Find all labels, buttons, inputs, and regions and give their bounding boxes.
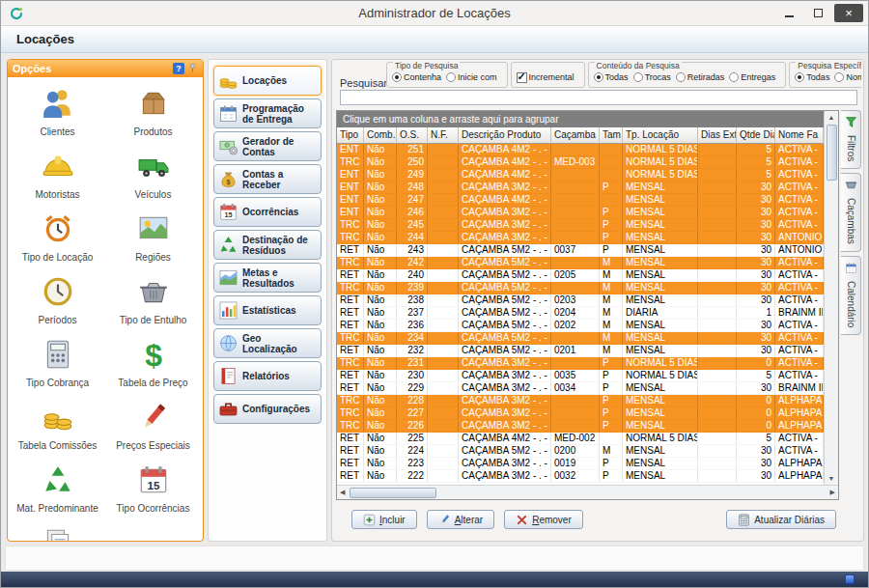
nav-item-estatisticas[interactable]: Estatísticas	[213, 295, 322, 325]
option-periodos[interactable]: Períodos	[10, 275, 105, 325]
column-header-dias-extras[interactable]: Dias Extras	[698, 127, 737, 144]
grid-row-os-249[interactable]: ENTNão249CAÇAMBA 4M2 - . -NORMAL 5 DIAS5…	[337, 169, 824, 182]
grid-row-os-239[interactable]: TRCNão239CAÇAMBA 5M2 - . - MMMENSAL30ACT…	[337, 282, 824, 294]
cell	[428, 420, 459, 432]
nav-item-configuracoes[interactable]: Configurações	[213, 394, 322, 424]
nav-item-relatorios[interactable]: Relatórios	[213, 361, 322, 391]
grid-row-os-240[interactable]: RETNão240CAÇAMBA 5M2 - . - M0205MMENSAL3…	[337, 269, 824, 282]
nav-item-gerador-de-contas[interactable]: Gerador de Contas	[213, 131, 322, 161]
grid-row-os-234[interactable]: TRCNão234CAÇAMBA 5M2 - . - MMMENSAL30ACT…	[337, 332, 824, 345]
grid-row-os-231[interactable]: TRCNão231CAÇAMBA 3M2 - . - PPNORMAL 5 DI…	[337, 357, 824, 370]
option-clientes[interactable]: Clientes	[10, 87, 105, 137]
column-header-tam[interactable]: Tam	[600, 127, 623, 144]
scroll-left-icon[interactable]: ◀	[337, 486, 348, 499]
column-header-cacamba[interactable]: Caçamba	[551, 127, 600, 144]
option-motoristas[interactable]: Motoristas	[10, 150, 105, 200]
nav-item-programacao-de-entrega[interactable]: Programação de Entrega	[213, 98, 322, 128]
option-tipo-de-evento[interactable]: Tipo de Evento	[10, 526, 105, 542]
grid-row-os-232[interactable]: RETNão232CAÇAMBA 5M2 - . - M0201MMENSAL3…	[337, 345, 824, 357]
atualizar-diarias-button[interactable]: Atualizar Diárias	[726, 510, 836, 529]
help-icon[interactable]: ?	[173, 63, 184, 74]
grid-row-os-245[interactable]: TRCNão245CAÇAMBA 3M2 - . - PPMENSAL30ACT…	[337, 219, 824, 232]
cell: P	[600, 370, 623, 381]
nav-item-locacoes[interactable]: Locações	[213, 66, 322, 96]
close-button[interactable]: ×	[834, 4, 863, 22]
grid-row-os-248[interactable]: ENTNão248CAÇAMBA 3M2 - . - PPMENSAL30ACT…	[337, 182, 824, 194]
nav-item-ocorrencias[interactable]: 15 Ocorrências	[213, 197, 322, 227]
side-tab-filtros[interactable]: Filtros	[841, 110, 861, 169]
option-produtos[interactable]: Produtos	[105, 87, 201, 137]
grid-row-os-225[interactable]: RETNão225CAÇAMBA 4M2 - . -MED-002NORMAL …	[337, 433, 824, 445]
grid-row-os-247[interactable]: ENTNão247CAÇAMBA 4M2 - . -MENSAL30ACTIVA…	[337, 194, 824, 207]
grid-row-os-227[interactable]: TRCNão227CAÇAMBA 3M2 - . - PPMENSAL0ALPH…	[337, 407, 824, 420]
grid-row-os-237[interactable]: RETNão237CAÇAMBA 5M2 - . - M0204MDIÁRIA1…	[337, 307, 824, 320]
scroll-down-icon[interactable]: ▼	[826, 472, 838, 485]
option-tipo-ocorrencias[interactable]: 15 Tipo Ocorrências	[105, 463, 201, 514]
grid-row-os-224[interactable]: RETNão224CAÇAMBA 5M2 - . - M0200MMENSAL3…	[337, 445, 824, 458]
column-header-nome-fa[interactable]: Nome Fa	[775, 127, 824, 144]
column-header-descricao-produto[interactable]: Descrição Produto	[459, 127, 551, 144]
nav-item-metas-e-resultados[interactable]: Metas e Resultados	[213, 263, 322, 293]
checkbox-incremental[interactable]: Incremental	[517, 72, 575, 83]
vertical-scrollbar[interactable]: ▲ ▼	[824, 111, 838, 485]
nav-item-geo-localizacao[interactable]: Geo Localização	[213, 328, 322, 358]
horizontal-scroll-thumb[interactable]	[350, 488, 436, 498]
vertical-scroll-thumb[interactable]	[827, 125, 837, 181]
grid-row-os-228[interactable]: TRCNão228CAÇAMBA 3M2 - . - PPMENSAL0ALPH…	[337, 395, 824, 407]
cell	[428, 357, 459, 369]
radio-retiradas[interactable]: Retiradas	[676, 72, 725, 82]
pin-icon[interactable]	[187, 63, 198, 75]
maximize-button[interactable]	[805, 4, 831, 22]
grid-row-os-226[interactable]: TRCNão226CAÇAMBA 3M2 - . - PPMENSAL0ALPH…	[337, 420, 824, 433]
incluir-button[interactable]: Incluir	[351, 510, 417, 529]
grid-row-os-229[interactable]: RETNão229CAÇAMBA 3M2 - . - P0034PMENSAL3…	[337, 382, 824, 395]
horizontal-scrollbar[interactable]: ◀ ▶	[337, 485, 838, 499]
column-header-tipo[interactable]: Tipo	[337, 127, 364, 144]
grid-row-os-222[interactable]: RETNão222CAÇAMBA 3M2 - . - P0032PMENSAL3…	[337, 470, 824, 483]
radio-todas[interactable]: Todas	[795, 72, 829, 82]
column-header-n-f[interactable]: N.F.	[428, 127, 459, 144]
grid-row-os-236[interactable]: RETNão236CAÇAMBA 5M2 - . - M0202MMENSAL3…	[337, 320, 824, 332]
grid-row-os-230[interactable]: RETNão230CAÇAMBA 3M2 - . - P0035PNORMAL …	[337, 370, 824, 382]
option-tipo-de-entulho[interactable]: Tipo de Entulho	[105, 275, 201, 325]
grid-row-os-251[interactable]: ENTNão251CAÇAMBA 4M2 - . -NORMAL 5 DIAS5…	[337, 144, 824, 156]
option-tipo-cobranca[interactable]: Tipo Cobrança	[10, 338, 105, 388]
radio-todas[interactable]: Todas	[594, 72, 629, 82]
scroll-up-icon[interactable]: ▲	[826, 111, 838, 124]
taskbar-app-icon[interactable]	[845, 574, 855, 584]
radio-trocas[interactable]: Trocas	[633, 72, 671, 82]
search-input[interactable]	[340, 90, 857, 105]
cell: ACTIVA -	[775, 445, 824, 457]
option-mat-predominante[interactable]: Mat. Predominante	[10, 463, 105, 514]
grid-row-os-242[interactable]: TRCNão242CAÇAMBA 5M2 - . - MMMENSAL30ACT…	[337, 257, 824, 269]
nav-item-contas-a-receber[interactable]: $ Contas a Receber	[213, 164, 322, 194]
column-header-qtde-dias[interactable]: Qtde Dias	[737, 127, 775, 144]
grid-row-os-244[interactable]: TRCNão244CAÇAMBA 3M2 - . - PPMENSAL30ANT…	[337, 232, 824, 244]
grid-row-os-246[interactable]: ENTNão246CAÇAMBA 3M2 - . - PPMENSAL30ACT…	[337, 207, 824, 219]
group-by-bar[interactable]: Clique em uma coluna e arraste aqui para…	[337, 111, 824, 127]
grid-row-os-238[interactable]: RETNão238CAÇAMBA 5M2 - . - M0203MMENSAL3…	[337, 294, 824, 307]
minimize-button[interactable]	[776, 4, 802, 22]
column-header-tp-locacao[interactable]: Tp. Locação	[623, 127, 698, 144]
radio-entregas[interactable]: Entregas	[729, 72, 775, 82]
option-tabela-comissoes[interactable]: Tabela Comissões	[10, 401, 105, 451]
radio-contenha[interactable]: Contenha	[392, 72, 441, 82]
option-tipo-de-locacao[interactable]: Tipo de Locação	[10, 212, 105, 263]
side-tab-calendario[interactable]: Calendário	[841, 256, 861, 335]
nav-item-destinacao-de-residuos[interactable]: Destinação de Resíduos	[213, 230, 322, 260]
option-tabela-de-preco[interactable]: $ Tabela de Preço	[105, 338, 201, 388]
radio-nome[interactable]: Nome	[834, 72, 861, 82]
column-header-comb[interactable]: Comb.	[364, 127, 397, 144]
scroll-right-icon[interactable]: ▶	[827, 486, 838, 499]
option-veiculos[interactable]: Veículos	[105, 150, 201, 200]
grid-row-os-223[interactable]: RETNão223CAÇAMBA 3M2 - . - P0019PMENSAL3…	[337, 458, 824, 470]
column-header-o-s[interactable]: O.S.	[397, 127, 428, 144]
alterar-button[interactable]: Alterar	[427, 510, 494, 529]
side-tab-cacambas[interactable]: Caçambas	[841, 173, 861, 252]
option-precos-especiais[interactable]: Preços Especiais	[105, 401, 201, 451]
remover-button[interactable]: Remover	[504, 510, 583, 529]
grid-row-os-250[interactable]: TRCNão250CAÇAMBA 4M2 - . -MED-003NORMAL …	[337, 156, 824, 169]
grid-row-os-243[interactable]: RETNão243CAÇAMBA 5M2 - . - P0037PMENSAL3…	[337, 244, 824, 257]
radio-inicie-com[interactable]: Inicie com	[446, 72, 497, 82]
option-regioes[interactable]: Regiões	[105, 212, 201, 263]
